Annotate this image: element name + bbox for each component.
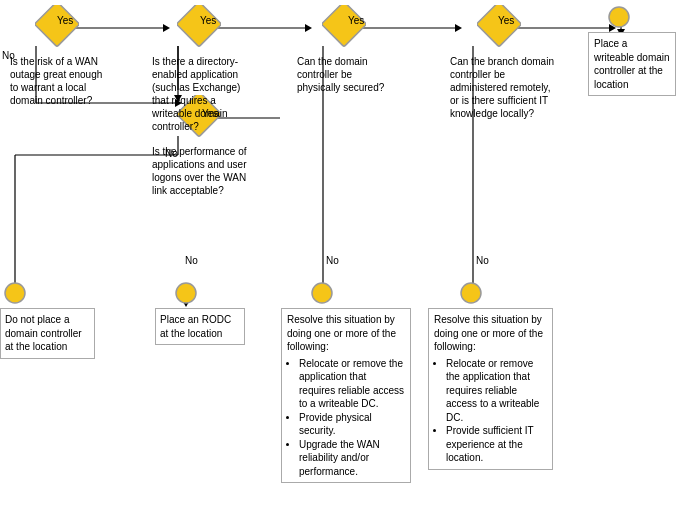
outcome-no-controller: Do not place a domain controller at the … [0,308,95,359]
outcome-writeable-dc: Place a writeable domain controller at t… [588,32,676,96]
diamond1-text: Is the risk of a WAN outage great enough… [10,55,110,107]
label-yes-d1: Yes [57,15,73,26]
label-yes-d3: Yes [200,15,216,26]
diamond4-text: Can the domain controller be physically … [297,55,387,94]
terminal-1 [4,282,26,304]
svg-marker-11 [305,24,312,32]
diamond3-text: Is there a directory-enabled application… [152,55,252,133]
terminal-4 [460,282,482,304]
svg-point-34 [312,283,332,303]
svg-point-35 [461,283,481,303]
label-no-d5: No [476,255,489,266]
svg-marker-18 [455,24,462,32]
terminal-5 [608,6,630,28]
flowchart-container: Is the risk of a WAN outage great enough… [0,0,681,513]
label-yes-d5: Yes [498,15,514,26]
svg-point-33 [176,283,196,303]
label-yes-d2: Yes [202,108,218,119]
svg-point-36 [609,7,629,27]
label-no-d4: No [326,255,339,266]
label-no-d1: No [2,50,15,61]
svg-marker-1 [163,24,170,32]
label-no-d3-sub: No [185,255,198,266]
label-no-d2: No [165,148,178,159]
outcome-rodc: Place an RODC at the location [155,308,245,345]
outcome-resolve-physical: Resolve this situation by doing one or m… [281,308,411,483]
label-yes-d4: Yes [348,15,364,26]
terminal-2 [175,282,197,304]
diamond5-text: Can the branch domain controller be admi… [450,55,560,120]
outcome-resolve-it: Resolve this situation by doing one or m… [428,308,553,470]
svg-point-32 [5,283,25,303]
terminal-3 [311,282,333,304]
